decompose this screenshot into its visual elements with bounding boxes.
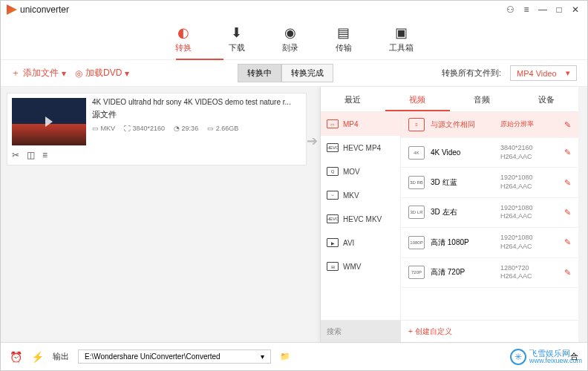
add-file-button[interactable]: ＋ 添加文件 ▾ — [11, 67, 66, 79]
panel-tab-recent[interactable]: 最近 — [321, 87, 385, 111]
film-icon: ▶ — [327, 238, 339, 247]
file-list: ✂ ◫ ≡ 4K VIDEO ultrahd hdr sony 4K VIDEO… — [1, 87, 313, 342]
edit-icon[interactable]: ✎ — [564, 178, 571, 188]
preset-spec: 1920*1080H264,AAC — [500, 174, 558, 191]
film-icon: Q — [327, 167, 339, 176]
chevron-down-icon: ▾ — [261, 352, 264, 361]
format-select[interactable]: MP4 Video ▾ — [510, 65, 577, 81]
file-title: 4K VIDEO ultrahd hdr sony 4K VIDEOS demo… — [92, 98, 300, 106]
container-badge: ▭ MKV — [92, 125, 115, 132]
user-icon[interactable]: ⚇ — [504, 4, 516, 15]
preset-spec: 原始分辨率 — [500, 120, 558, 129]
edit-icon[interactable]: ✎ — [564, 268, 571, 278]
tab-burn[interactable]: ◉ 刻录 — [282, 24, 298, 53]
download-icon: ⬇ — [231, 24, 242, 41]
settings-icon[interactable]: ≡ — [42, 150, 48, 160]
close-button[interactable]: ✕ — [569, 4, 581, 15]
disc-icon: ◎ — [75, 68, 82, 79]
format-item-hevcmp4[interactable]: HEVCHEVC MP4 — [321, 136, 400, 160]
file-card[interactable]: ✂ ◫ ≡ 4K VIDEO ultrahd hdr sony 4K VIDEO… — [7, 93, 307, 165]
panel-tab-audio[interactable]: 音频 — [450, 87, 514, 111]
chevron-down-icon: ▾ — [566, 68, 570, 78]
output-label: 输出 — [53, 351, 69, 362]
output-path-value: E:\Wondershare UniConverter\Converted — [85, 352, 220, 361]
burn-icon: ◉ — [284, 24, 296, 41]
convert-icon: ◐ — [177, 24, 189, 41]
doc-icon: 3D LR — [408, 206, 425, 219]
doc-icon: 1080P — [408, 236, 425, 249]
resolution-value: ⛶ 3840*2160 — [124, 125, 165, 132]
preset-spec: 1920*1080H264,AAC — [500, 204, 558, 221]
preset-name: 3D 左右 — [431, 207, 494, 217]
cut-icon[interactable]: ✂ — [12, 150, 19, 160]
preset-name: 高清 720P — [431, 267, 494, 278]
preset-4k[interactable]: 4K 4K Video 3840*2160H264,AAC ✎ — [401, 138, 578, 168]
gpu-icon[interactable]: ⚡ — [31, 351, 44, 363]
watermark: 飞雪娱乐网 www.feixuew.com — [510, 349, 582, 365]
preset-3d-rb[interactable]: 3D RB 3D 红蓝 1920*1080H264,AAC ✎ — [401, 168, 578, 197]
crop-icon[interactable]: ◫ — [27, 150, 35, 160]
logo-icon — [7, 4, 17, 15]
create-custom-button[interactable]: + 创建自定义 — [401, 326, 578, 337]
format-panel: 最近 视频 音频 设备 ▭MP4 HEVCHEVC MP4 QMOV ⎃MKV … — [320, 87, 578, 342]
edit-icon[interactable]: ✎ — [564, 237, 571, 247]
video-thumbnail[interactable] — [12, 98, 86, 145]
doc-icon: 3D RB — [408, 176, 425, 189]
source-file-label: 源文件 — [92, 109, 301, 120]
seg-converting[interactable]: 转换中 — [238, 64, 281, 82]
menu-icon[interactable]: ≡ — [520, 4, 532, 15]
transfer-icon: ▤ — [337, 24, 350, 41]
format-item-mp4[interactable]: ▭MP4 — [321, 112, 400, 136]
film-icon: HEVC — [327, 143, 339, 152]
tab-download-label: 下载 — [229, 42, 245, 53]
toolbox-icon: ▣ — [395, 24, 408, 41]
doc-icon: 4K — [408, 146, 425, 160]
tab-transfer-label: 传输 — [336, 42, 352, 53]
format-item-mov[interactable]: QMOV — [321, 160, 400, 183]
app-name: uniconverter — [20, 4, 69, 15]
preset-1080p[interactable]: 1080P 高清 1080P 1920*1080H264,AAC ✎ — [401, 228, 578, 257]
clock-icon[interactable]: ⏰ — [10, 351, 22, 363]
panel-tab-device[interactable]: 设备 — [514, 87, 578, 111]
preset-name: 高清 1080P — [431, 237, 494, 248]
tab-burn-label: 刻录 — [282, 42, 298, 53]
film-icon: ▭ — [327, 119, 339, 128]
maximize-button[interactable]: □ — [553, 4, 565, 15]
minimize-button[interactable]: — — [537, 4, 549, 15]
tab-convert-label: 转换 — [175, 42, 192, 53]
edit-icon[interactable]: ✎ — [564, 208, 571, 217]
format-select-value: MP4 Video — [517, 69, 557, 78]
status-segment: 转换中 转换完成 — [238, 64, 333, 82]
watermark-icon — [510, 349, 526, 365]
tab-transfer[interactable]: ▤ 传输 — [336, 24, 352, 53]
edit-icon[interactable]: ✎ — [564, 120, 571, 130]
preset-same-as-source[interactable]: ≡ 与源文件相同 原始分辨率 ✎ — [401, 112, 578, 138]
doc-icon: ≡ — [408, 118, 425, 131]
seg-done[interactable]: 转换完成 — [281, 64, 333, 82]
tab-convert[interactable]: ◐ 转换 — [175, 24, 192, 53]
edit-icon[interactable]: ✎ — [564, 148, 571, 157]
load-dvd-button[interactable]: ◎ 加载DVD ▾ — [75, 67, 129, 79]
format-item-wmv[interactable]: ⊞WMV — [321, 255, 400, 278]
preset-3d-lr[interactable]: 3D LR 3D 左右 1920*1080H264,AAC ✎ — [401, 198, 578, 228]
app-logo: uniconverter — [7, 4, 69, 15]
tab-toolbox-label: 工具箱 — [389, 42, 414, 53]
format-item-mkv[interactable]: ⎃MKV — [321, 183, 400, 207]
preset-720p[interactable]: 720P 高清 720P 1280*720H264,AAC ✎ — [401, 258, 578, 288]
doc-icon: 720P — [408, 266, 425, 279]
search-input[interactable]: 搜索 — [321, 321, 401, 342]
panel-tab-video[interactable]: 视频 — [385, 87, 450, 111]
format-list: ▭MP4 HEVCHEVC MP4 QMOV ⎃MKV HEVCHEVC MKV… — [321, 112, 401, 320]
format-item-avi[interactable]: ▶AVI — [321, 231, 400, 255]
arrow-icon: ➔ — [307, 133, 318, 149]
tab-underline — [176, 59, 223, 60]
film-icon: HEVC — [327, 214, 339, 223]
format-item-hevcmkv[interactable]: HEVCHEVC MKV — [321, 207, 400, 231]
preset-name: 4K Video — [431, 148, 494, 157]
output-path-select[interactable]: E:\Wondershare UniConverter\Converted ▾ — [78, 349, 271, 364]
tab-download[interactable]: ⬇ 下载 — [229, 24, 245, 53]
open-folder-button[interactable]: 📁 — [280, 352, 290, 361]
tab-toolbox[interactable]: ▣ 工具箱 — [389, 24, 414, 53]
preset-spec: 1280*720H264,AAC — [500, 264, 558, 281]
chevron-down-icon: ▾ — [125, 68, 129, 79]
